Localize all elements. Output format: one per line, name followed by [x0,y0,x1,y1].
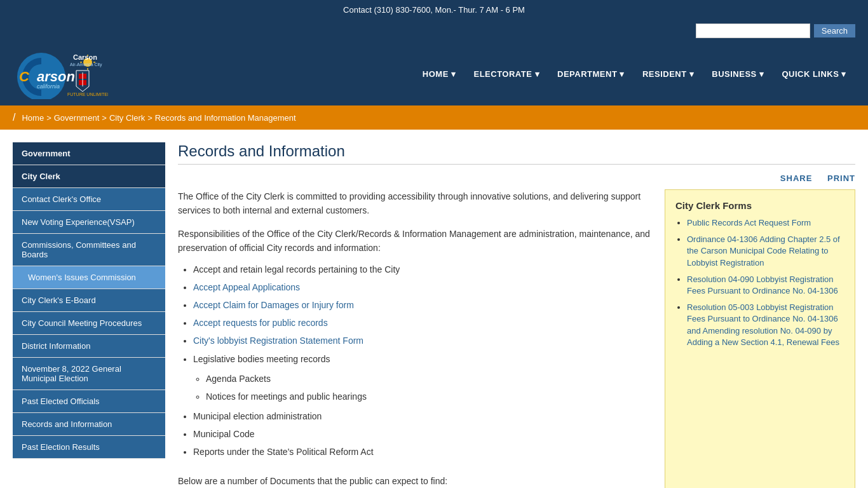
forms-box: City Clerk Forms Public Records Act Requ… [665,189,855,488]
lobbyist-form-link[interactable]: City's lobbyist Registration Statement F… [193,336,363,346]
resp-item-2: Accept Appeal Applications [193,280,652,295]
notices-item: Notices for meetings and public hearings [206,389,652,405]
svg-text:C: C [19,69,30,85]
content-wrapper: Government City Clerk Contact Clerk's Of… [0,130,868,488]
svg-text:california: california [37,83,60,90]
print-button[interactable]: PRINT [827,173,855,183]
sidebar-item-womens[interactable]: Women's Issues Commission [13,266,165,289]
breadcrumb-sep2: > [102,113,107,123]
nav-resident[interactable]: RESIDENT ▾ [634,64,703,84]
responsibilities-intro: Responsibilities of the Office of the Ci… [178,227,652,255]
breadcrumb-slash: / [13,112,15,123]
legislative-sublist: Agenda Packets Notices for meetings and … [193,371,652,405]
breadcrumb-bar: / Home > Government > City Clerk > Recor… [0,105,868,130]
resp-item-5: City's lobbyist Registration Statement F… [193,333,652,349]
form-item-4: Resolution 05-003 Lobbyist Registration … [687,302,844,348]
sidebar-item-vsap[interactable]: New Voting Experience(VSAP) [13,211,165,234]
ordinance-link[interactable]: Ordinance 04-1306 Adding Chapter 2.5 of … [687,234,840,267]
resp-item-6: Legislative bodies meeting records Agend… [193,351,652,405]
responsibilities-list: Accept and retain legal records pertaini… [178,262,652,461]
public-records-link[interactable]: Public Records Act Request Form [687,218,811,227]
search-input[interactable] [696,24,810,38]
sidebar-item-government[interactable]: Government [13,142,165,165]
sidebar-item-eboard[interactable]: City Clerk's E-Board [13,289,165,312]
form-item-2: Ordinance 04-1306 Adding Chapter 2.5 of … [687,234,844,269]
sidebar-item-records[interactable]: Records and Information [13,413,165,436]
main-header: arson C california Carson Air-America Ci… [0,42,868,105]
breadcrumb-government[interactable]: Government [54,113,100,123]
sidebar-item-past-elections[interactable]: Past Election Results [13,436,165,459]
main-content: Records and Information SHARE PRINT The … [178,142,855,488]
breadcrumb-current: Records and Information Management [155,113,296,123]
main-nav: HOME ▾ ELECTORATE ▾ DEPARTMENT ▾ RESIDEN… [414,64,855,84]
breadcrumb-home[interactable]: Home [22,113,44,123]
resp-item-4: Accept requests for public records [193,315,652,331]
sidebar-item-past-officials[interactable]: Past Elected Officials [13,390,165,413]
breadcrumb-sep1: > [46,113,51,123]
contact-bar: Contact (310) 830-7600, Mon.- Thur. 7 AM… [0,0,868,20]
share-print-bar: SHARE PRINT [178,173,855,183]
nav-business[interactable]: BUSINESS ▾ [703,64,773,84]
sidebar-item-district[interactable]: District Information [13,335,165,358]
resp-item-8: Municipal Code [193,426,652,442]
contact-text: Contact (310) 830-7600, Mon.- Thur. 7 AM… [343,5,525,15]
form-item-3: Resolution 04-090 Lobbyist Registration … [687,274,844,297]
intro-text: The Office of the City Clerk is committe… [178,189,652,218]
resp-item-9: Reports under the State's Political Refo… [193,444,652,460]
share-button[interactable]: SHARE [780,173,813,183]
agenda-packets-item: Agenda Packets [206,371,652,387]
form-item-1: Public Records Act Request Form [687,217,844,229]
sidebar-item-nov2022[interactable]: November 8, 2022 General Municipal Elect… [13,358,165,390]
resp-item-7: Municipal election administration [193,409,652,424]
nav-quicklinks[interactable]: QUICK LINKS ▾ [773,64,855,84]
svg-text:FUTURE UNLIMITED: FUTURE UNLIMITED [67,92,108,97]
breadcrumb-cityclerk[interactable]: City Clerk [109,113,145,123]
accept-appeal-link[interactable]: Accept Appeal Applications [193,282,300,292]
forms-list: Public Records Act Request Form Ordinanc… [675,217,844,348]
resolution-090-link[interactable]: Resolution 04-090 Lobbyist Registration … [687,274,838,295]
svg-text:Air-America City: Air-America City [70,62,102,67]
sidebar-item-contact-clerk[interactable]: Contact Clerk's Office [13,188,165,211]
accept-requests-link[interactable]: Accept requests for public records [193,318,328,328]
svg-text:arson: arson [37,69,75,85]
search-row: Search [0,20,868,42]
nav-home[interactable]: HOME ▾ [414,64,465,84]
logo-svg: arson C california Carson Air-America Ci… [13,48,108,99]
breadcrumb-sep3: > [147,113,153,123]
below-text: Below are a number of Documents that the… [178,473,652,488]
sidebar-item-commissions[interactable]: Commissions, Committees and Boards [13,234,165,266]
resp-item-1: Accept and retain legal records pertaini… [193,262,652,278]
logo-area[interactable]: arson C california Carson Air-America Ci… [13,48,108,99]
forms-box-title: City Clerk Forms [675,200,844,211]
nav-electorate[interactable]: ELECTORATE ▾ [465,64,548,84]
two-col-layout: The Office of the City Clerk is committe… [178,189,855,488]
sidebar: Government City Clerk Contact Clerk's Of… [13,142,165,488]
sidebar-item-council-procedures[interactable]: City Council Meeting Procedures [13,312,165,335]
svg-text:Carson: Carson [73,53,97,61]
search-button[interactable]: Search [814,24,855,37]
nav-department[interactable]: DEPARTMENT ▾ [548,64,634,84]
accept-claim-link[interactable]: Accept Claim for Damages or Injury form [193,300,354,310]
resp-item-3: Accept Claim for Damages or Injury form [193,297,652,313]
responsibilities-section: The Office of the City Clerk is committe… [178,189,652,488]
page-title: Records and Information [178,142,855,165]
sidebar-item-cityclerk[interactable]: City Clerk [13,165,165,188]
resolution-003-link[interactable]: Resolution 05-003 Lobbyist Registration … [687,302,839,347]
